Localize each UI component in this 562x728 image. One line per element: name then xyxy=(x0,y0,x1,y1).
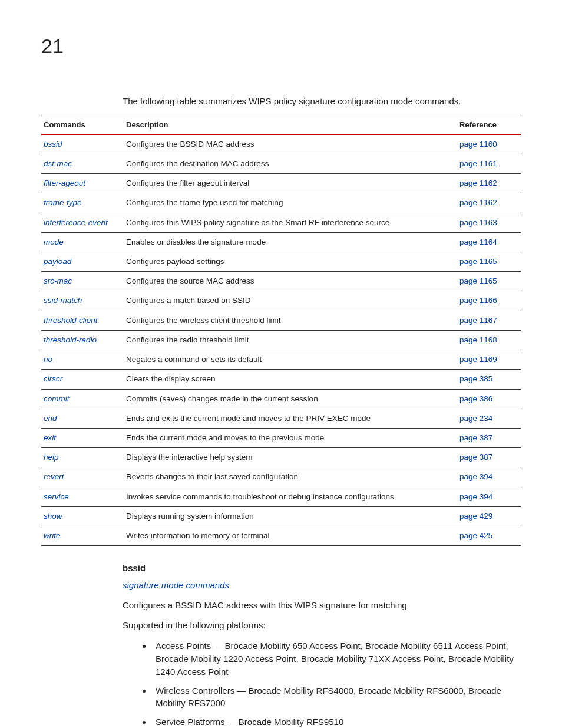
page-reference-link[interactable]: page 1161 xyxy=(459,159,497,168)
page-reference-link[interactable]: page 429 xyxy=(459,512,492,521)
table-row: payloadConfigures payload settingspage 1… xyxy=(41,252,521,272)
table-row: interference-eventConfigures this WIPS p… xyxy=(41,213,521,232)
command-description: Ends the current mode and moves to the p… xyxy=(124,428,457,447)
th-commands: Commands xyxy=(41,116,124,134)
section-description: Configures a BSSID MAC address with this… xyxy=(123,599,521,611)
platform-list: Access Points — Brocade Mobility 650 Acc… xyxy=(123,640,521,728)
page-reference-link[interactable]: page 1167 xyxy=(459,316,497,325)
section-supported: Supported in the following platforms: xyxy=(123,620,521,631)
table-row: frame-typeConfigures the frame type used… xyxy=(41,193,521,213)
command-description: Configures the radio threshold limit xyxy=(124,330,457,350)
command-link[interactable]: dst-mac xyxy=(44,159,72,168)
page-reference-link[interactable]: page 394 xyxy=(459,492,492,501)
page-reference-link[interactable]: page 385 xyxy=(459,374,492,383)
page-reference-link[interactable]: page 1165 xyxy=(459,276,497,285)
command-link[interactable]: ssid-match xyxy=(44,296,82,305)
list-item: Wireless Controllers — Brocade Mobility … xyxy=(152,684,521,710)
list-item: Service Platforms — Brocade Mobility RFS… xyxy=(152,716,521,728)
command-description: Configures the wireless client threshold… xyxy=(124,311,457,330)
command-link[interactable]: end xyxy=(44,414,57,423)
table-row: src-macConfigures the source MAC address… xyxy=(41,272,521,291)
command-description: Displays the interactive help system xyxy=(124,448,457,467)
section-title: bssid xyxy=(123,562,521,574)
table-row: threshold-radioConfigures the radio thre… xyxy=(41,330,521,350)
page-reference-link[interactable]: page 387 xyxy=(459,433,492,442)
table-row: showDisplays running system informationp… xyxy=(41,506,521,526)
page-reference-link[interactable]: page 234 xyxy=(459,414,492,423)
command-link[interactable]: frame-type xyxy=(44,198,82,207)
command-description: Configures a match based on SSID xyxy=(124,291,457,311)
command-description: Writes information to memory or terminal xyxy=(124,526,457,546)
command-description: Configures the destination MAC address xyxy=(124,154,457,173)
command-link[interactable]: threshold-radio xyxy=(44,335,97,344)
command-link[interactable]: no xyxy=(44,355,52,364)
page-reference-link[interactable]: page 1166 xyxy=(459,296,497,305)
command-link[interactable]: help xyxy=(44,453,59,462)
command-link[interactable]: mode xyxy=(44,238,64,246)
table-row: writeWrites information to memory or ter… xyxy=(41,526,521,546)
intro-paragraph: The following table summarizes WIPS poli… xyxy=(123,95,521,107)
table-row: threshold-clientConfigures the wireless … xyxy=(41,311,521,330)
table-row: exitEnds the current mode and moves to t… xyxy=(41,428,521,447)
command-link[interactable]: payload xyxy=(44,257,71,266)
th-reference: Reference xyxy=(457,116,521,134)
table-row: serviceInvokes service commands to troub… xyxy=(41,487,521,506)
table-row: commitCommits (saves) changes made in th… xyxy=(41,389,521,409)
page-reference-link[interactable]: page 394 xyxy=(459,472,492,481)
page-reference-link[interactable]: page 387 xyxy=(459,453,492,462)
table-row: revertReverts changes to their last save… xyxy=(41,467,521,487)
table-row: modeEnables or disables the signature mo… xyxy=(41,232,521,252)
table-header-row: Commands Description Reference xyxy=(41,116,521,134)
section-parent-link[interactable]: signature mode commands xyxy=(123,579,521,591)
table-row: noNegates a command or sets its defaultp… xyxy=(41,350,521,370)
command-link[interactable]: threshold-client xyxy=(44,316,98,325)
command-link[interactable]: filter-ageout xyxy=(44,179,85,187)
page-reference-link[interactable]: page 1169 xyxy=(459,355,497,364)
th-description: Description xyxy=(124,116,457,134)
command-description: Negates a command or sets its default xyxy=(124,350,457,370)
command-link[interactable]: service xyxy=(44,492,69,501)
command-description: Configures payload settings xyxy=(124,252,457,272)
page-reference-link[interactable]: page 1160 xyxy=(459,140,497,149)
command-description: Configures the source MAC address xyxy=(124,272,457,291)
command-description: Configures this WIPS policy signature as… xyxy=(124,213,457,232)
table-row: dst-macConfigures the destination MAC ad… xyxy=(41,154,521,173)
command-description: Invokes service commands to troubleshoot… xyxy=(124,487,457,506)
command-link[interactable]: bssid xyxy=(44,140,62,149)
page-reference-link[interactable]: page 1165 xyxy=(459,257,497,266)
command-link[interactable]: write xyxy=(44,531,61,540)
table-row: endEnds and exits the current mode and m… xyxy=(41,409,521,428)
command-description: Configures the filter ageout interval xyxy=(124,174,457,193)
command-description: Configures the BSSID MAC address xyxy=(124,134,457,154)
command-description: Reverts changes to their last saved conf… xyxy=(124,467,457,487)
page-reference-link[interactable]: page 386 xyxy=(459,394,492,403)
command-link[interactable]: exit xyxy=(44,433,56,442)
table-row: bssidConfigures the BSSID MAC addresspag… xyxy=(41,134,521,154)
page-reference-link[interactable]: page 425 xyxy=(459,531,492,540)
chapter-number: 21 xyxy=(41,33,521,60)
command-link[interactable]: src-mac xyxy=(44,276,72,285)
command-link[interactable]: revert xyxy=(44,472,64,481)
command-link[interactable]: commit xyxy=(44,394,70,403)
command-description: Commits (saves) changes made in the curr… xyxy=(124,389,457,409)
command-description: Clears the display screen xyxy=(124,370,457,389)
page-reference-link[interactable]: page 1162 xyxy=(459,179,497,187)
page-reference-link[interactable]: page 1168 xyxy=(459,335,497,344)
command-description: Ends and exits the current mode and move… xyxy=(124,409,457,428)
command-link[interactable]: interference-event xyxy=(44,218,108,227)
table-row: helpDisplays the interactive help system… xyxy=(41,448,521,467)
table-row: clrscrClears the display screenpage 385 xyxy=(41,370,521,389)
command-description: Enables or disables the signature mode xyxy=(124,232,457,252)
page-reference-link[interactable]: page 1162 xyxy=(459,198,497,207)
section-bssid: bssid signature mode commands Configures… xyxy=(123,562,521,728)
page-reference-link[interactable]: page 1164 xyxy=(459,238,497,246)
command-description: Displays running system information xyxy=(124,506,457,526)
page-reference-link[interactable]: page 1163 xyxy=(459,218,497,227)
table-row: filter-ageoutConfigures the filter ageou… xyxy=(41,174,521,193)
list-item: Access Points — Brocade Mobility 650 Acc… xyxy=(152,640,521,678)
command-link[interactable]: show xyxy=(44,512,62,521)
command-link[interactable]: clrscr xyxy=(44,374,62,383)
commands-table: Commands Description Reference bssidConf… xyxy=(41,116,521,546)
command-description: Configures the frame type used for match… xyxy=(124,193,457,213)
table-row: ssid-matchConfigures a match based on SS… xyxy=(41,291,521,311)
